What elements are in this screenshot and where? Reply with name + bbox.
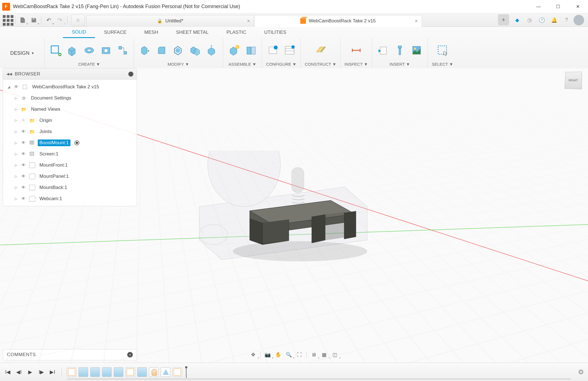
minimize-button[interactable]: —: [529, 0, 548, 13]
visibility-icon[interactable]: 👁: [13, 84, 19, 89]
expand-icon[interactable]: ▷: [14, 174, 18, 178]
expand-icon[interactable]: ▷: [14, 197, 18, 201]
config-table-button[interactable]: [283, 43, 297, 57]
timeline-feature-sketch[interactable]: [126, 367, 135, 377]
group-label[interactable]: CONSTRUCT ▼: [305, 61, 336, 67]
orbit-button[interactable]: ✥: [249, 350, 258, 359]
expand-icon[interactable]: ▷: [14, 186, 18, 190]
visibility-icon[interactable]: 👁: [20, 118, 27, 123]
extensions-icon[interactable]: ◆: [512, 15, 523, 25]
new-component-button[interactable]: [227, 43, 241, 57]
group-label[interactable]: CONFIGURE ▼: [266, 61, 297, 67]
viewport[interactable]: RIGHT ◀◀ BROWSER ◢ 👁 WebCamBoostRack Tak…: [0, 68, 588, 363]
revolve-button[interactable]: [82, 43, 96, 57]
timeline-track[interactable]: [67, 378, 571, 380]
browser-options-button[interactable]: [128, 72, 133, 77]
look-at-button[interactable]: 📷: [263, 350, 272, 359]
sketch-button[interactable]: [49, 43, 63, 57]
timeline-feature-extrude[interactable]: [114, 367, 123, 377]
maximize-button[interactable]: ☐: [548, 0, 568, 13]
expand-icon[interactable]: ▷: [14, 107, 18, 111]
ribbon-tab-sheetmetal[interactable]: SHEET METAL: [167, 27, 218, 38]
timeline-end-button[interactable]: ▶I: [49, 368, 56, 376]
move-button[interactable]: [205, 43, 219, 57]
tree-item-document-settings[interactable]: ▷ ⚙ Document Settings: [3, 93, 137, 104]
close-button[interactable]: ✕: [568, 0, 587, 13]
timeline-feature-sketch[interactable]: [173, 367, 182, 377]
timeline-feature-extrude[interactable]: [102, 367, 112, 377]
ribbon-tab-mesh[interactable]: MESH: [135, 27, 167, 38]
tree-item-mountpanel[interactable]: ▷ 👁 MountPanel:1: [3, 171, 137, 182]
group-label[interactable]: CREATE ▼: [78, 61, 100, 67]
joint-button[interactable]: [244, 43, 258, 57]
timeline-next-button[interactable]: I▶: [37, 368, 45, 376]
timeline-marker[interactable]: [184, 366, 188, 378]
tree-item-joints[interactable]: ▷ 👁 📁 Joints: [3, 126, 137, 137]
data-panel-button[interactable]: [2, 15, 13, 26]
timeline-start-button[interactable]: I◀: [4, 368, 12, 376]
activate-radio[interactable]: [74, 140, 79, 145]
visibility-icon[interactable]: 👁: [20, 129, 27, 134]
viewport-layout-button[interactable]: ◫: [330, 350, 339, 359]
measure-button[interactable]: [349, 43, 363, 57]
tree-item-screen[interactable]: ▷ 👁 Screen:1: [3, 148, 137, 160]
tree-item-origin[interactable]: ▷ 👁 📁 Origin: [3, 115, 137, 126]
group-label[interactable]: INSERT ▼: [389, 61, 410, 67]
tree-item-mountfront[interactable]: ▷ 👁 MountFront:1: [3, 160, 137, 171]
expand-icon[interactable]: ▷: [14, 96, 18, 100]
help-icon[interactable]: ?: [561, 15, 572, 25]
visibility-icon[interactable]: 👁: [20, 152, 27, 157]
insert-fastener-button[interactable]: [393, 43, 407, 57]
fit-button[interactable]: ⛶: [295, 350, 304, 359]
visibility-icon[interactable]: 👁: [20, 174, 27, 179]
tree-item-mountback[interactable]: ▷ 👁 MountBack:1: [3, 182, 137, 193]
plane-button[interactable]: [314, 43, 328, 57]
visibility-icon[interactable]: 👁: [20, 185, 27, 190]
view-cube[interactable]: RIGHT: [565, 72, 582, 89]
form-button[interactable]: [116, 43, 130, 57]
visibility-icon[interactable]: 👁: [20, 140, 27, 145]
select-button[interactable]: [436, 43, 450, 57]
tree-root[interactable]: ◢ 👁 WebCamBoostRack Take 2 v15: [3, 81, 137, 93]
timeline-feature-chamfer[interactable]: [161, 367, 170, 377]
tab-close-button[interactable]: ×: [247, 18, 250, 24]
notifications-icon[interactable]: 🔔: [549, 15, 559, 25]
timeline-play-button[interactable]: ▶: [26, 368, 34, 376]
ribbon-tab-solid[interactable]: SOLID: [63, 27, 95, 38]
group-label[interactable]: SELECT ▼: [432, 61, 453, 67]
timeline-feature-revolve[interactable]: [149, 367, 159, 377]
comments-panel[interactable]: COMMENTS +: [3, 349, 137, 360]
shell-button[interactable]: [171, 43, 185, 57]
insert-decal-button[interactable]: [410, 43, 424, 57]
job-status-icon[interactable]: ◷: [524, 15, 535, 25]
home-button[interactable]: ⌂: [71, 15, 85, 26]
expand-icon[interactable]: ▷: [14, 119, 18, 122]
zoom-button[interactable]: 🔍: [284, 350, 293, 359]
tree-item-named-views[interactable]: ▷ 📁 Named Views: [3, 104, 137, 115]
presspull-button[interactable]: [138, 43, 152, 57]
combine-button[interactable]: [188, 43, 202, 57]
extrude-button[interactable]: [65, 43, 79, 57]
user-avatar[interactable]: [573, 15, 584, 25]
timeline-settings-button[interactable]: ⚙: [578, 368, 584, 376]
undo-button[interactable]: ↶: [43, 15, 54, 26]
group-label[interactable]: MODIFY ▼: [167, 61, 189, 67]
grid-settings-button[interactable]: ▦: [320, 350, 329, 359]
redo-button[interactable]: ↷: [54, 15, 65, 26]
expand-icon[interactable]: ◢: [6, 85, 11, 89]
insert-derive-button[interactable]: [376, 43, 390, 57]
document-tab-active[interactable]: WebCamBoostRack Take 2 v15 ×: [254, 15, 422, 27]
display-settings-button[interactable]: 🖥: [309, 350, 318, 359]
tree-item-webcam[interactable]: ▷ 👁 Webcam:1: [3, 193, 137, 204]
file-menu-button[interactable]: [17, 15, 28, 26]
workspace-selector[interactable]: DESIGN▼: [0, 38, 45, 68]
group-label[interactable]: ASSEMBLE ▼: [228, 61, 256, 67]
fillet-button[interactable]: [155, 43, 169, 57]
visibility-icon[interactable]: 👁: [20, 196, 27, 201]
ribbon-tab-plastic[interactable]: PLASTIC: [218, 27, 255, 38]
tree-item-boostmount[interactable]: ▷ 👁 BoostMount:1: [3, 137, 137, 148]
save-button[interactable]: [28, 15, 39, 26]
ribbon-tab-surface[interactable]: SURFACE: [95, 27, 135, 38]
updates-icon[interactable]: 🕐: [537, 15, 547, 25]
visibility-icon[interactable]: 👁: [20, 163, 27, 168]
